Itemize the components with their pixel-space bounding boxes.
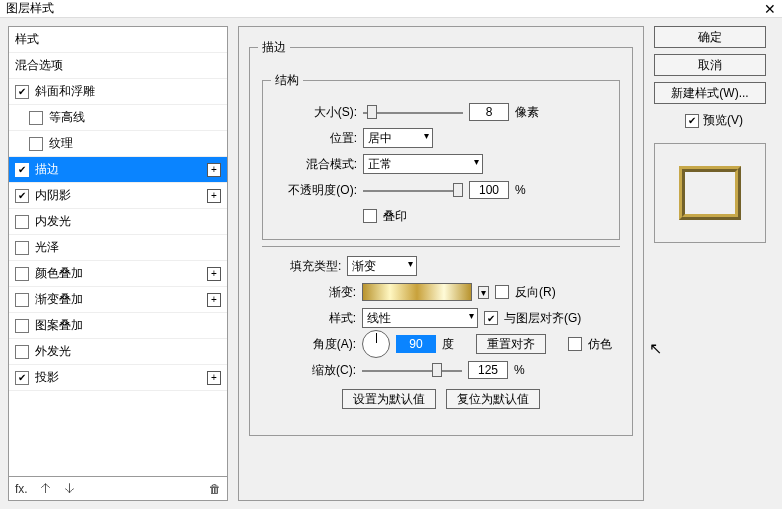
add-effect-icon[interactable]: + [207,293,221,307]
position-label: 位置: [271,130,357,147]
style-label: 样式: [270,310,356,327]
dialog-buttons: 确定 取消 新建样式(W)... 预览(V) [654,26,774,501]
gradient-swatch[interactable] [362,283,472,301]
add-effect-icon[interactable]: + [207,371,221,385]
style-item-3[interactable]: 描边+ [9,157,227,183]
style-item-11[interactable]: 投影+ [9,365,227,391]
set-default-button[interactable]: 设置为默认值 [342,389,436,409]
style-item-label: 等高线 [49,109,221,126]
style-item-checkbox[interactable] [15,267,29,281]
fill-type-select[interactable]: 渐变 [347,256,417,276]
blend-options-header[interactable]: 混合选项 [9,53,227,79]
style-item-label: 描边 [35,161,207,178]
preview-thumbnail [654,143,766,243]
trash-icon[interactable]: 🗑 [209,482,221,496]
preview-frame [679,166,741,220]
style-item-7[interactable]: 颜色叠加+ [9,261,227,287]
style-item-1[interactable]: 等高线 [9,105,227,131]
style-item-checkbox[interactable] [15,293,29,307]
style-item-label: 外发光 [35,343,221,360]
style-item-checkbox[interactable] [15,319,29,333]
angle-label: 角度(A): [270,336,356,353]
cancel-button[interactable]: 取消 [654,54,766,76]
style-item-checkbox[interactable] [15,163,29,177]
opacity-slider[interactable] [363,183,463,197]
style-item-4[interactable]: 内阴影+ [9,183,227,209]
overprint-checkbox[interactable] [363,209,377,223]
scale-label: 缩放(C): [270,362,356,379]
angle-dial[interactable] [362,330,390,358]
new-style-button[interactable]: 新建样式(W)... [654,82,766,104]
blend-mode-select[interactable]: 正常 [363,154,483,174]
stroke-legend: 描边 [258,39,290,56]
opacity-input[interactable] [469,181,509,199]
styles-list: 样式 混合选项 斜面和浮雕等高线纹理描边+内阴影+内发光光泽颜色叠加+渐变叠加+… [8,26,228,501]
size-slider[interactable] [363,105,463,119]
style-item-label: 颜色叠加 [35,265,207,282]
add-effect-icon[interactable]: + [207,189,221,203]
style-item-6[interactable]: 光泽 [9,235,227,261]
style-item-checkbox[interactable] [15,371,29,385]
size-input[interactable] [469,103,509,121]
style-item-0[interactable]: 斜面和浮雕 [9,79,227,105]
size-unit: 像素 [515,104,539,121]
opacity-label: 不透明度(O): [271,182,357,199]
style-item-label: 纹理 [49,135,221,152]
style-item-2[interactable]: 纹理 [9,131,227,157]
opacity-unit: % [515,183,526,197]
structure-fieldset: 结构 大小(S): 像素 位置: 居中 混合模式: 正常 不透明度(O): [262,72,620,240]
scale-input[interactable] [468,361,508,379]
angle-input[interactable] [396,335,436,353]
reset-align-button[interactable]: 重置对齐 [476,334,546,354]
stroke-fieldset: 描边 结构 大小(S): 像素 位置: 居中 混合模式: 正常 [249,39,633,436]
structure-legend: 结构 [271,72,303,89]
move-up-icon[interactable]: 🡡 [40,482,52,496]
angle-unit: 度 [442,336,454,353]
gradient-style-select[interactable]: 线性 [362,308,478,328]
window-title: 图层样式 [6,0,54,17]
gradient-label: 渐变: [270,284,356,301]
gradient-dropdown-icon[interactable]: ▾ [478,286,489,299]
ok-button[interactable]: 确定 [654,26,766,48]
move-down-icon[interactable]: 🡣 [64,482,76,496]
align-checkbox[interactable] [484,311,498,325]
style-item-checkbox[interactable] [29,137,43,151]
reset-default-button[interactable]: 复位为默认值 [446,389,540,409]
scale-unit: % [514,363,525,377]
style-item-9[interactable]: 图案叠加 [9,313,227,339]
reverse-checkbox[interactable] [495,285,509,299]
settings-panel: 描边 结构 大小(S): 像素 位置: 居中 混合模式: 正常 [238,26,644,501]
blend-label: 混合模式: [271,156,357,173]
style-item-checkbox[interactable] [15,345,29,359]
fill-type-label: 填充类型: [290,258,341,275]
style-item-label: 内发光 [35,213,221,230]
style-item-10[interactable]: 外发光 [9,339,227,365]
style-item-5[interactable]: 内发光 [9,209,227,235]
style-item-checkbox[interactable] [15,215,29,229]
close-icon[interactable]: ✕ [764,1,776,17]
dither-label: 仿色 [588,336,612,353]
style-item-label: 内阴影 [35,187,207,204]
style-item-label: 图案叠加 [35,317,221,334]
style-item-checkbox[interactable] [15,85,29,99]
dither-checkbox[interactable] [568,337,582,351]
size-label: 大小(S): [271,104,357,121]
add-effect-icon[interactable]: + [207,267,221,281]
style-item-label: 投影 [35,369,207,386]
styles-header[interactable]: 样式 [9,27,227,53]
add-effect-icon[interactable]: + [207,163,221,177]
style-item-label: 斜面和浮雕 [35,83,221,100]
style-item-checkbox[interactable] [15,189,29,203]
fill-fieldset: 填充类型: 渐变 渐变: ▾ 反向(R) 样式: 线性 与图层对齐(G) [262,246,620,419]
overprint-label: 叠印 [383,208,407,225]
styles-footer: fx. 🡡 🡣 🗑 [9,476,227,500]
preview-label: 预览(V) [703,112,743,129]
reverse-label: 反向(R) [515,284,556,301]
position-select[interactable]: 居中 [363,128,433,148]
style-item-checkbox[interactable] [29,111,43,125]
scale-slider[interactable] [362,363,462,377]
preview-checkbox[interactable] [685,114,699,128]
fx-menu[interactable]: fx. [15,482,28,496]
style-item-8[interactable]: 渐变叠加+ [9,287,227,313]
style-item-checkbox[interactable] [15,241,29,255]
